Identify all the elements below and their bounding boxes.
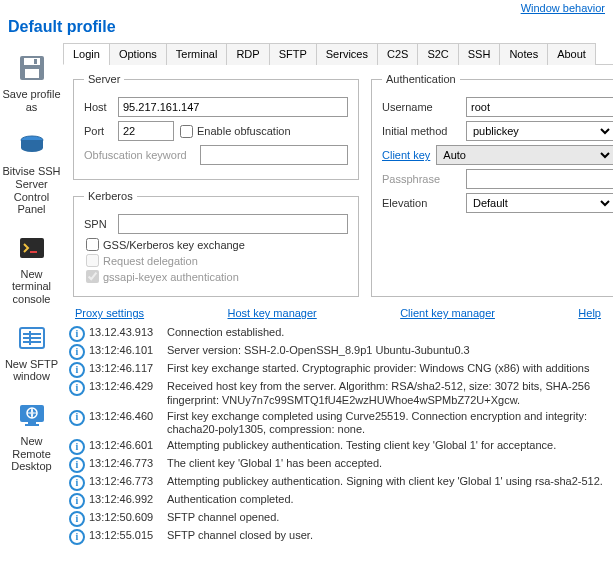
tab-options[interactable]: Options [109,43,167,65]
info-icon: i [69,457,85,473]
svg-rect-1 [24,58,40,65]
remote-desktop-icon [16,399,48,431]
log-message: SFTP channel opened. [167,511,607,525]
sidebar-new-remote-desktop[interactable]: New Remote Desktop [0,393,63,483]
log-timestamp: 13:12:46.773 [89,475,167,489]
log-row: i13:12:46.460First key exchange complete… [67,409,609,439]
sidebar-new-terminal[interactable]: New terminal console [0,226,63,316]
log-message: Attempting publickey authentication. Tes… [167,439,607,453]
gss-checkbox[interactable]: GSS/Kerberos key exchange [86,238,348,251]
info-icon: i [69,362,85,378]
log-timestamp: 13:12:46.601 [89,439,167,453]
svg-rect-2 [25,69,39,78]
port-input[interactable] [118,121,174,141]
log-timestamp: 13:12:46.117 [89,362,167,376]
log-row: i13:12:46.773Attempting publickey authen… [67,474,609,492]
obf-keyword-label: Obfuscation keyword [84,149,194,161]
proxy-settings-link[interactable]: Proxy settings [75,307,144,319]
log-message: Authentication completed. [167,493,607,507]
elevation-label: Elevation [382,197,460,209]
log-row: i13:12:50.609SFTP channel opened. [67,510,609,528]
log-timestamp: 13:12:50.609 [89,511,167,525]
log-timestamp: 13:12:55.015 [89,529,167,543]
log-message: Attempting publickey authentication. Sig… [167,475,607,489]
port-label: Port [84,125,112,137]
sidebar-item-label: New Remote Desktop [2,435,61,473]
username-input[interactable] [466,97,613,117]
svg-rect-6 [20,238,44,258]
info-icon: i [69,344,85,360]
svg-rect-14 [28,422,36,424]
passphrase-label: Passphrase [382,173,460,185]
tab-rdp[interactable]: RDP [226,43,269,65]
log-message: First key exchange completed using Curve… [167,410,607,438]
info-icon: i [69,380,85,396]
info-icon: i [69,410,85,426]
log-timestamp: 13:12:46.101 [89,344,167,358]
log-message: First key exchange started. Cryptographi… [167,362,607,376]
info-icon: i [69,529,85,545]
initial-method-label: Initial method [382,125,460,137]
sidebar: Save profile as Bitvise SSH Server Contr… [0,42,63,562]
tab-services[interactable]: Services [316,43,378,65]
host-key-manager-link[interactable]: Host key manager [228,307,317,319]
sidebar-save-profile[interactable]: Save profile as [0,46,63,123]
log-row: i13:12:46.429Received host key from the … [67,379,609,409]
log-message: The client key 'Global 1' has been accep… [167,457,607,471]
window-behavior-link[interactable]: Window behavior [521,2,605,14]
info-icon: i [69,493,85,509]
log-message: SFTP channel closed by user. [167,529,607,543]
tab-notes[interactable]: Notes [499,43,548,65]
save-icon [16,52,48,84]
log-timestamp: 13:12:46.429 [89,380,167,394]
tab-terminal[interactable]: Terminal [166,43,228,65]
help-link[interactable]: Help [578,307,601,319]
spn-input[interactable] [118,214,348,234]
log-timestamp: 13:12:46.460 [89,410,167,424]
log-row: i13:12:46.992Authentication completed. [67,492,609,510]
tab-about[interactable]: About [547,43,596,65]
info-icon: i [69,326,85,342]
tab-s2c[interactable]: S2C [417,43,458,65]
kerberos-group: Kerberos SPN GSS/Kerberos key exchange R… [73,190,359,297]
server-legend: Server [84,73,124,85]
auth-legend: Authentication [382,73,460,85]
log-row: i13:12:46.117First key exchange started.… [67,361,609,379]
client-key-select[interactable]: Auto [436,145,613,165]
spn-label: SPN [84,218,112,230]
tab-ssh[interactable]: SSH [458,43,501,65]
kerberos-legend: Kerberos [84,190,137,202]
log-row: i13:12:46.601Attempting publickey authen… [67,438,609,456]
log-timestamp: 13.12.43.913 [89,326,167,340]
log-timestamp: 13:12:46.773 [89,457,167,471]
log-panel[interactable]: i13.12.43.913Connection established.i13:… [63,325,613,562]
log-message: Connection established. [167,326,607,340]
sidebar-item-label: Bitvise SSH Server Control Panel [2,165,61,216]
host-label: Host [84,101,112,113]
tab-c2s[interactable]: C2S [377,43,418,65]
info-icon: i [69,511,85,527]
elevation-select[interactable]: Default [466,193,613,213]
client-key-manager-link[interactable]: Client key manager [400,307,495,319]
tab-sftp[interactable]: SFTP [269,43,317,65]
enable-obfuscation-checkbox[interactable]: Enable obfuscation [180,125,291,138]
svg-rect-3 [34,59,37,64]
log-message: Server version: SSH-2.0-OpenSSH_8.9p1 Ub… [167,344,607,358]
log-row: i13:12:55.015SFTP channel closed by user… [67,528,609,546]
info-icon: i [69,475,85,491]
log-timestamp: 13:12:46.992 [89,493,167,507]
obf-keyword-input [200,145,348,165]
host-input[interactable] [118,97,348,117]
page-title: Default profile [0,16,613,42]
initial-method-select[interactable]: publickey [466,121,613,141]
log-row: i13:12:46.101Server version: SSH-2.0-Ope… [67,343,609,361]
tab-login[interactable]: Login [63,43,110,65]
tab-bar: LoginOptionsTerminalRDPSFTPServicesC2SS2… [63,42,613,65]
sidebar-item-label: New terminal console [2,268,61,306]
sidebar-bitvise-panel[interactable]: Bitvise SSH Server Control Panel [0,123,63,226]
sidebar-new-sftp[interactable]: New SFTP window [0,316,63,393]
sidebar-item-label: Save profile as [2,88,61,113]
client-key-link[interactable]: Client key [382,149,430,161]
request-delegation-checkbox: Request delegation [86,254,348,267]
sftp-icon [16,322,48,354]
